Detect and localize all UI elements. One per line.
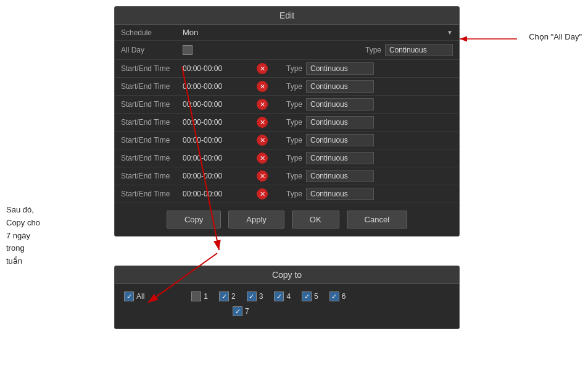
checkbox-6[interactable]: ✓ xyxy=(329,291,339,301)
schedule-dropdown-arrow[interactable]: ▼ xyxy=(447,29,453,36)
delete-icon[interactable]: ✕ xyxy=(257,63,268,74)
row-type-dropdown[interactable]: Continuous xyxy=(306,116,374,128)
delete-icon[interactable]: ✕ xyxy=(257,99,268,110)
time-row-label: Start/End Time xyxy=(121,190,183,198)
time-row-value: 00:00-00:00 xyxy=(183,64,257,73)
check-label-1: 1 xyxy=(204,292,208,301)
allday-type-dropdown[interactable]: Continuous Motion Alarm xyxy=(385,44,453,56)
row-type-label: Type xyxy=(286,118,302,127)
check-item-6[interactable]: ✓ 6 xyxy=(329,291,346,301)
dialog-buttons: Copy Apply OK Cancel xyxy=(115,203,459,236)
edit-dialog: Edit Schedule Mon ▼ All Day Type Continu… xyxy=(114,6,460,237)
schedule-label: Schedule xyxy=(121,28,183,37)
time-row-value: 00:00-00:00 xyxy=(183,100,257,109)
table-row: Start/End Time 00:00-00:00 ✕ Type Contin… xyxy=(115,78,459,96)
table-row: Start/End Time 00:00-00:00 ✕ Type Contin… xyxy=(115,114,459,132)
time-row-value: 00:00-00:00 xyxy=(183,136,257,145)
row-type-label: Type xyxy=(286,136,302,145)
time-row-value: 00:00-00:00 xyxy=(183,154,257,162)
time-row-value: 00:00-00:00 xyxy=(183,172,257,180)
time-row-label: Start/End Time xyxy=(121,172,183,180)
table-row: Start/End Time 00:00-00:00 ✕ Type Contin… xyxy=(115,96,459,114)
delete-icon[interactable]: ✕ xyxy=(257,188,268,199)
check-label-3: 3 xyxy=(259,292,263,301)
row-type-dropdown[interactable]: Continuous xyxy=(306,62,374,75)
check-item-3[interactable]: ✓ 3 xyxy=(247,291,263,301)
row-type-dropdown[interactable]: Continuous xyxy=(306,152,374,164)
row-type-dropdown[interactable]: Continuous xyxy=(306,98,374,111)
table-row: Start/End Time 00:00-00:00 ✕ Type Contin… xyxy=(115,167,459,185)
apply-button[interactable]: Apply xyxy=(228,211,284,228)
delete-icon[interactable]: ✕ xyxy=(257,170,268,182)
row-type-dropdown[interactable]: Continuous xyxy=(306,188,374,200)
row-type-label: Type xyxy=(286,154,302,162)
checkbox-7[interactable]: ✓ xyxy=(233,306,242,316)
delete-icon[interactable]: ✕ xyxy=(257,117,268,128)
row-type-dropdown[interactable]: Continuous xyxy=(306,170,374,182)
annotation-right: Chọn "All Day" xyxy=(529,32,582,41)
copyto-title: Copy to xyxy=(115,266,459,284)
delete-icon[interactable]: ✕ xyxy=(257,81,268,92)
check-label-all: All xyxy=(136,292,144,301)
check-item-5[interactable]: ✓ 5 xyxy=(302,291,318,301)
table-row: Start/End Time 00:00-00:00 ✕ Type Contin… xyxy=(115,132,459,149)
delete-icon[interactable]: ✕ xyxy=(257,135,268,146)
time-row-value: 00:00-00:00 xyxy=(183,190,257,198)
row-type-label: Type xyxy=(286,100,302,109)
schedule-row: Schedule Mon ▼ xyxy=(115,25,459,41)
copyto-row-2: ✓ 7 xyxy=(124,306,450,316)
row-type-dropdown[interactable]: Continuous xyxy=(306,134,374,146)
table-row: Start/End Time 00:00-00:00 ✕ Type Contin… xyxy=(115,185,459,203)
annotation-right-text: Chọn "All Day" xyxy=(529,32,582,41)
table-row: Start/End Time 00:00-00:00 ✕ Type Contin… xyxy=(115,60,459,78)
time-row-value: 00:00-00:00 xyxy=(183,118,257,127)
check-label-2: 2 xyxy=(231,292,236,301)
copy-button[interactable]: Copy xyxy=(167,211,221,228)
annotation-left-text: Sau đó,Copy cho7 ngàytrongtuần xyxy=(6,205,40,266)
checkbox-2[interactable]: ✓ xyxy=(219,291,229,301)
row-type-label: Type xyxy=(286,190,302,198)
check-label-5: 5 xyxy=(314,292,318,301)
time-rows-container: Start/End Time 00:00-00:00 ✕ Type Contin… xyxy=(115,60,459,203)
checkbox-3[interactable]: ✓ xyxy=(247,291,257,301)
copyto-row-1: ✓ All ✓ 1 ✓ 2 ✓ 3 ✓ 4 xyxy=(124,291,450,301)
ok-button[interactable]: OK xyxy=(292,211,339,228)
check-item-1[interactable]: ✓ 1 xyxy=(191,291,208,301)
allday-checkbox[interactable] xyxy=(183,45,193,55)
edit-dialog-title: Edit xyxy=(115,7,459,25)
copyto-body: ✓ All ✓ 1 ✓ 2 ✓ 3 ✓ 4 xyxy=(115,284,459,329)
copyto-dialog: Copy to ✓ All ✓ 1 ✓ 2 ✓ 3 xyxy=(114,266,460,329)
row-type-label: Type xyxy=(286,172,302,180)
schedule-value: Mon xyxy=(183,28,445,37)
allday-row: All Day Type Continuous Motion Alarm xyxy=(115,41,459,60)
time-row-label: Start/End Time xyxy=(121,118,183,127)
check-item-2[interactable]: ✓ 2 xyxy=(219,291,236,301)
check-label-6: 6 xyxy=(342,292,346,301)
allday-type-label: Type xyxy=(365,46,381,54)
cancel-button[interactable]: Cancel xyxy=(347,211,407,228)
delete-icon[interactable]: ✕ xyxy=(257,153,268,164)
row-type-label: Type xyxy=(286,82,302,91)
check-label-4: 4 xyxy=(286,292,291,301)
allday-label: All Day xyxy=(121,46,183,54)
check-item-all[interactable]: ✓ All xyxy=(124,291,144,301)
annotation-left: Sau đó,Copy cho7 ngàytrongtuần xyxy=(6,204,40,268)
checkbox-all[interactable]: ✓ xyxy=(124,291,134,301)
check-item-7[interactable]: ✓ 7 xyxy=(233,306,249,316)
checkbox-5[interactable]: ✓ xyxy=(302,291,312,301)
time-row-label: Start/End Time xyxy=(121,136,183,145)
check-item-4[interactable]: ✓ 4 xyxy=(274,291,291,301)
checkbox-1[interactable]: ✓ xyxy=(191,291,201,301)
time-row-label: Start/End Time xyxy=(121,82,183,91)
checkbox-4[interactable]: ✓ xyxy=(274,291,284,301)
time-row-label: Start/End Time xyxy=(121,100,183,109)
row-type-label: Type xyxy=(286,64,302,73)
time-row-value: 00:00-00:00 xyxy=(183,82,257,91)
row-type-dropdown[interactable]: Continuous xyxy=(306,80,374,93)
time-row-label: Start/End Time xyxy=(121,64,183,73)
check-label-7: 7 xyxy=(245,307,249,316)
time-row-label: Start/End Time xyxy=(121,154,183,162)
table-row: Start/End Time 00:00-00:00 ✕ Type Contin… xyxy=(115,149,459,167)
